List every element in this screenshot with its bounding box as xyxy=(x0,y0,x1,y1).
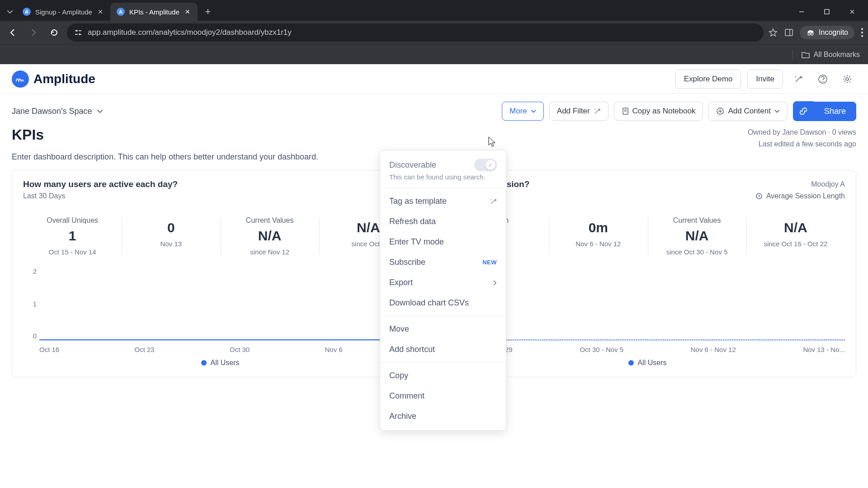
page-meta: Owned by Jane Dawson · 0 views Last edit… xyxy=(748,127,856,150)
magic-wand-icon xyxy=(490,198,497,205)
stat-range: Nov 13 xyxy=(125,240,217,248)
stat-current-values: Current Values N/A since Nov 12 xyxy=(221,215,319,258)
x-tick: Oct 16 xyxy=(39,346,59,353)
divider xyxy=(380,362,506,363)
x-tick: Nov 13 - No... xyxy=(803,346,845,353)
y-axis: 2 1 0 xyxy=(23,267,37,341)
notebook-icon xyxy=(622,107,629,115)
menu-tag-as-template[interactable]: Tag as template xyxy=(380,191,506,211)
tab-search-icon[interactable] xyxy=(4,5,16,18)
chevron-down-icon xyxy=(531,108,536,114)
close-icon[interactable]: × xyxy=(184,8,191,15)
menu-archive[interactable]: Archive xyxy=(380,406,506,427)
owned-by-text: Owned by Jane Dawson · 0 views xyxy=(748,127,856,138)
minimize-icon[interactable] xyxy=(789,4,814,19)
header-right: Explore Demo Invite xyxy=(675,70,856,89)
forward-icon[interactable] xyxy=(25,24,42,41)
menu-comment[interactable]: Comment xyxy=(380,386,506,406)
x-axis: Oct 23 - Oct 29 Oct 30 - Nov 5 Nov 6 - N… xyxy=(467,346,845,353)
menu-label: Add shortcut xyxy=(389,345,435,354)
more-button[interactable]: More xyxy=(502,102,544,121)
browser-chrome: A Signup - Amplitude × A KPIs - Amplitud… xyxy=(0,0,868,64)
menu-export[interactable]: Export xyxy=(380,272,506,293)
divider xyxy=(793,50,793,60)
plot-line xyxy=(467,339,845,340)
menu-tv-mode[interactable]: Enter TV mode xyxy=(380,232,506,252)
menu-label: Refresh data xyxy=(389,217,436,226)
explore-demo-button[interactable]: Explore Demo xyxy=(675,70,741,89)
chart: 2 1 0 Oct 16 Oct 23 Oct 30 Nov 6 All Use… xyxy=(23,267,418,367)
share-button[interactable]: Share xyxy=(814,102,856,121)
menu-subscribe[interactable]: Subscribe NEW xyxy=(380,252,506,272)
all-bookmarks-label: All Bookmarks xyxy=(814,51,860,59)
browser-menu-icon[interactable] xyxy=(861,28,863,37)
svg-rect-1 xyxy=(825,9,829,14)
close-icon[interactable]: × xyxy=(97,8,104,15)
stat-value: 0m xyxy=(552,220,644,235)
menu-label: Export xyxy=(389,278,413,287)
app-header: Amplitude Explore Demo Invite xyxy=(0,64,868,94)
plot xyxy=(467,267,845,341)
svg-point-10 xyxy=(808,33,810,35)
tab-kpis[interactable]: A KPIs - Amplitude × xyxy=(110,3,198,21)
incognito-badge[interactable]: Incognito xyxy=(800,26,854,39)
new-tab-button[interactable]: + xyxy=(200,4,216,19)
stat-range: since Oct 30 - Nov 5 xyxy=(651,248,743,256)
new-badge: NEW xyxy=(482,259,497,266)
card-active-users[interactable]: How many users are active each day? M La… xyxy=(12,170,429,377)
svg-point-11 xyxy=(811,33,813,35)
chevron-down-icon xyxy=(774,108,780,114)
more-dropdown-menu: Discoverable ✓ This can be found using s… xyxy=(380,150,506,431)
add-filter-label: Add Filter xyxy=(557,107,590,116)
back-icon[interactable] xyxy=(5,24,21,41)
y-tick: 0 xyxy=(23,332,37,340)
stat-day: 0 Nov 13 xyxy=(122,215,220,258)
page-title-row: KPIs Owned by Jane Dawson · 0 views Last… xyxy=(0,121,868,152)
help-icon[interactable] xyxy=(814,70,832,88)
invite-button[interactable]: Invite xyxy=(747,70,783,89)
close-window-icon[interactable] xyxy=(840,4,864,19)
copy-link-button[interactable] xyxy=(793,101,814,121)
legend-label: All Users xyxy=(637,359,666,367)
svg-point-18 xyxy=(846,78,849,80)
menu-add-shortcut[interactable]: Add shortcut xyxy=(380,339,506,360)
svg-point-14 xyxy=(861,32,863,33)
stat-value: N/A xyxy=(651,228,743,244)
svg-rect-3 xyxy=(79,30,81,31)
plot xyxy=(39,267,418,341)
side-panel-icon[interactable] xyxy=(784,28,793,37)
reload-icon[interactable] xyxy=(46,24,62,41)
copy-notebook-label: Copy as Notebook xyxy=(632,107,696,116)
add-filter-button[interactable]: Add Filter xyxy=(549,102,609,121)
menu-copy[interactable]: Copy xyxy=(380,366,506,386)
space-selector[interactable]: Jane Dawson's Space xyxy=(12,107,103,116)
discoverable-toggle[interactable]: ✓ xyxy=(474,159,497,171)
copy-as-notebook-button[interactable]: Copy as Notebook xyxy=(614,102,703,121)
stat-range: Nov 6 - Nov 12 xyxy=(552,240,644,248)
menu-label: Comment xyxy=(389,391,425,401)
site-settings-icon[interactable] xyxy=(73,28,83,38)
magic-wand-icon[interactable] xyxy=(789,70,807,88)
maximize-icon[interactable] xyxy=(815,4,839,19)
add-content-button[interactable]: Add Content xyxy=(708,102,788,121)
stat-label: Current Values xyxy=(651,216,743,225)
menu-refresh-data[interactable]: Refresh data xyxy=(380,211,506,232)
stat-week-value: 0m Nov 6 - Nov 12 xyxy=(549,215,647,258)
y-tick: 1 xyxy=(23,300,37,308)
menu-move[interactable]: Move xyxy=(380,319,506,339)
toolbar-right: More Add Filter Copy as Notebook Add Con… xyxy=(502,101,856,121)
address-bar[interactable]: app.amplitude.com/analytics/moodjoy2/das… xyxy=(67,23,764,42)
tab-bar: A Signup - Amplitude × A KPIs - Amplitud… xyxy=(0,0,868,21)
gear-icon[interactable] xyxy=(838,70,856,88)
svg-rect-8 xyxy=(785,29,793,36)
page-title[interactable]: KPIs xyxy=(12,127,44,143)
legend-dot-icon xyxy=(628,360,634,366)
bookmark-star-icon[interactable] xyxy=(768,28,778,38)
amplitude-logo[interactable]: Amplitude xyxy=(12,70,95,88)
tab-signup[interactable]: A Signup - Amplitude × xyxy=(16,3,110,21)
x-tick: Oct 30 xyxy=(230,346,250,353)
menu-download-csvs[interactable]: Download chart CSVs xyxy=(380,293,506,313)
all-bookmarks-button[interactable]: All Bookmarks xyxy=(801,51,860,59)
svg-point-7 xyxy=(79,33,80,35)
amplitude-logo-icon xyxy=(12,70,29,88)
